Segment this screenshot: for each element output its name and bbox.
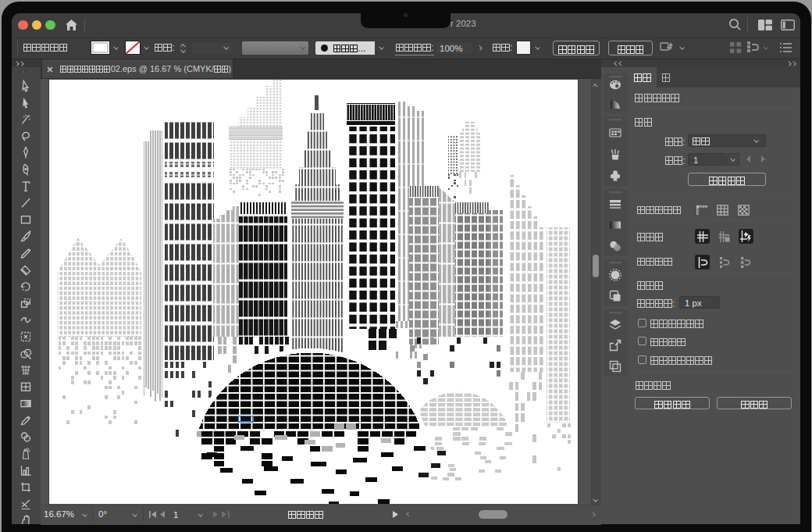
svg-text:1: 1 bbox=[173, 511, 178, 519]
